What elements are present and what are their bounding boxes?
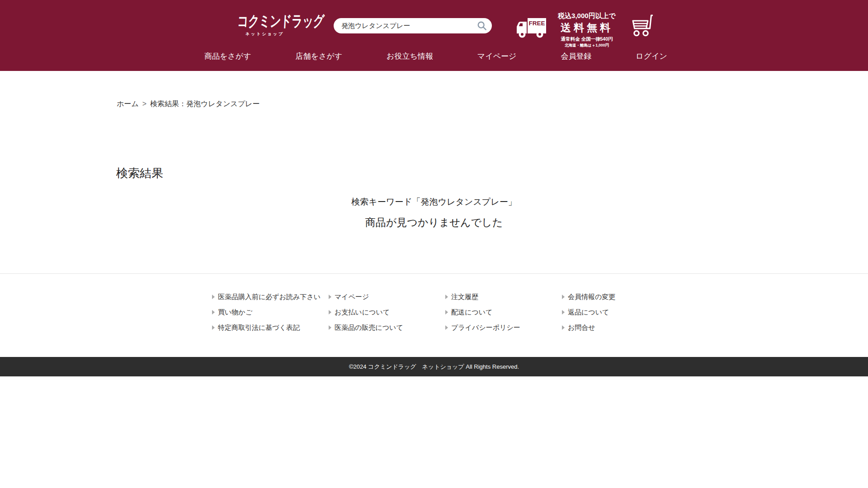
footer-link-delivery[interactable]: 配送について [445,309,562,316]
shipping-threshold: 税込3,000円以上で [551,12,623,20]
nav-item-products[interactable]: 商品をさがす [204,51,251,61]
breadcrumb-current: 検索結果：発泡ウレタンスプレー [150,100,260,108]
arrow-right-icon [562,325,565,330]
footer-link-commercial-law[interactable]: 特定商取引法に基づく表記 [212,324,329,331]
nav-item-stores[interactable]: 店舗をさがす [296,51,343,61]
page-title: 検索結果 [116,165,163,181]
footer-column-2: マイページ お支払いについて 医薬品の販売について [329,293,445,339]
shipping-remote-fee: 北海道・離島は＋1,000円 [551,43,623,48]
arrow-right-icon [562,295,565,299]
footer-link-shopping-cart[interactable]: 買い物かご [212,309,329,316]
site-footer: 医薬品購入前に必ずお読み下さい 買い物かご 特定商取引法に基づく表記 マイページ… [0,273,868,357]
no-results-message: 商品が見つかりませんでした [0,216,868,230]
footer-link-order-history[interactable]: 注文履歴 [445,293,562,300]
free-shipping-banner: FREE 税込3,000円以上で 送料無料 通常料金 全国一律540円 北海道・… [516,12,623,48]
footer-column-3: 注文履歴 配送について プライバシーポリシー [445,293,562,339]
footer-link-contact[interactable]: お問合せ [562,324,679,331]
arrow-right-icon [329,310,331,314]
footer-link-mypage[interactable]: マイページ [329,293,445,300]
cart-icon[interactable] [630,13,653,37]
shipping-text: 税込3,000円以上で 送料無料 通常料金 全国一律540円 北海道・離島は＋1… [551,12,623,48]
footer-link-columns: 医薬品購入前に必ずお読み下さい 買い物かご 特定商取引法に基づく表記 マイページ… [212,293,679,339]
arrow-right-icon [445,325,448,330]
shipping-free-label: 送料無料 [551,21,623,35]
nav-item-register[interactable]: 会員登録 [561,51,591,61]
copyright-text: ©2024 コクミンドラッグ ネットショップ All Rights Reserv… [349,363,519,371]
nav-item-mypage[interactable]: マイページ [477,51,517,61]
breadcrumb-separator: > [142,100,146,108]
nav-item-useful-info[interactable]: お役立ち情報 [387,51,433,61]
arrow-right-icon [329,325,331,330]
site-header: コクミンドラッグ ネットショップ FREE 税込3,000円以上で 送料無料 通… [0,0,868,71]
arrow-right-icon [212,310,215,314]
footer-link-member-info[interactable]: 会員情報の変更 [562,293,679,300]
footer-column-4: 会員情報の変更 返品について お問合せ [562,293,679,339]
arrow-right-icon [445,295,448,299]
free-badge-text: FREE [528,20,545,27]
breadcrumb-home[interactable]: ホーム [117,100,139,108]
footer-link-drug-sales[interactable]: 医薬品の販売について [329,324,445,331]
logo-text: コクミンドラッグ [237,11,325,31]
search-input[interactable] [334,18,492,33]
footer-link-payment[interactable]: お支払いについて [329,309,445,316]
arrow-right-icon [212,295,215,299]
arrow-right-icon [445,310,448,314]
delivery-truck-icon: FREE [516,17,547,39]
search-keyword-line: 検索キーワード「発泡ウレタンスプレー」 [0,196,868,208]
search-box [334,18,492,33]
logo-subtitle: ネットショップ [225,31,304,37]
footer-link-drug-notice[interactable]: 医薬品購入前に必ずお読み下さい [212,293,329,300]
search-icon[interactable] [477,21,487,31]
copyright-bar: ©2024 コクミンドラッグ ネットショップ All Rights Reserv… [0,357,868,376]
footer-column-1: 医薬品購入前に必ずお読み下さい 買い物かご 特定商取引法に基づく表記 [212,293,329,339]
arrow-right-icon [212,325,215,330]
nav-item-login[interactable]: ログイン [636,51,667,61]
arrow-right-icon [329,295,331,299]
footer-link-privacy-policy[interactable]: プライバシーポリシー [445,324,562,331]
breadcrumb: ホーム>検索結果：発泡ウレタンスプレー [117,99,260,109]
shipping-normal-fee: 通常料金 全国一律540円 [551,36,623,42]
main-nav: 商品をさがす 店舗をさがす お役立ち情報 マイページ 会員登録 ログイン [204,51,667,61]
footer-link-returns[interactable]: 返品について [562,309,679,316]
arrow-right-icon [562,310,565,314]
site-logo[interactable]: コクミンドラッグ ネットショップ [225,12,304,37]
